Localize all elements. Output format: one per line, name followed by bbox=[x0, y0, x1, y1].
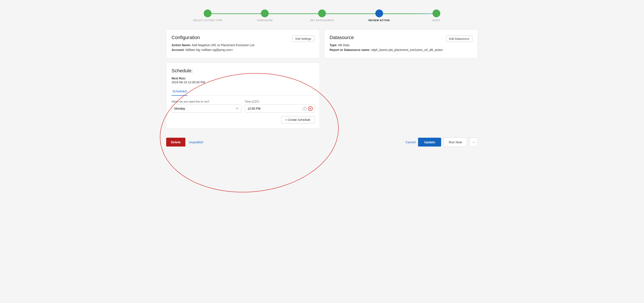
next-run-value: 2024-08-19 12:00:00 PM bbox=[172, 80, 314, 84]
next-run-label: Next Run: bbox=[172, 76, 314, 80]
schedule-tabs: Scheduled bbox=[172, 88, 314, 96]
step-select-action-type[interactable]: SELECT ACTION TYPE bbox=[179, 10, 236, 22]
clock-icon: 🕛 bbox=[302, 106, 307, 111]
unpublish-button[interactable]: Unpublish bbox=[189, 140, 203, 144]
step-dot-select bbox=[204, 10, 212, 17]
schedule-title: Schedule: bbox=[172, 68, 314, 74]
clear-time-icon[interactable]: ✕ bbox=[308, 106, 313, 111]
step-label-datasource: SET DATASOURCE bbox=[310, 19, 334, 22]
more-options-button[interactable]: ··· bbox=[470, 138, 478, 147]
create-schedule-row: + Create Schedule bbox=[172, 116, 314, 124]
time-field-group: Time (CDT) 🕛 ✕ bbox=[245, 100, 314, 113]
datasource-card: Datasource Type: Alli Data Report or Dat… bbox=[324, 29, 478, 58]
top-cards-row: Configuration Action Name: Add Negative … bbox=[166, 29, 478, 58]
configuration-title: Configuration bbox=[172, 35, 292, 40]
edit-datasource-button[interactable]: Edit Datasource bbox=[446, 36, 473, 42]
step-label-audit: AUDIT bbox=[432, 19, 440, 22]
account-field: Account: William Ng <william.ng@pmg.com> bbox=[172, 48, 292, 52]
step-set-datasource[interactable]: SET DATASOURCE bbox=[294, 10, 351, 22]
time-label: Time (CDT) bbox=[245, 100, 314, 103]
time-input-wrapper: 🕛 ✕ bbox=[245, 104, 314, 113]
step-label-select: SELECT ACTION TYPE bbox=[193, 19, 222, 22]
bottom-left-actions: Delete Unpublish bbox=[166, 138, 203, 146]
run-now-button[interactable]: Run Now bbox=[444, 138, 467, 147]
step-review-action[interactable]: REVIEW ACTION bbox=[350, 10, 408, 22]
bottom-bar: Delete Unpublish Cancel Update Run Now ·… bbox=[166, 133, 478, 152]
when-field-group: When do you want this to run? Monday Tue… bbox=[172, 100, 241, 113]
schedule-card: Schedule: Next Run: 2024-08-19 12:00:00 … bbox=[166, 62, 320, 129]
delete-button[interactable]: Delete bbox=[166, 138, 186, 146]
configuration-card: Configuration Action Name: Add Negative … bbox=[166, 29, 320, 58]
step-label-configure: CONFIGURE bbox=[257, 19, 273, 22]
stepper: SELECT ACTION TYPE CONFIGURE SET DATASOU… bbox=[166, 4, 478, 29]
action-name-field: Action Name: Add Negative URL to Placeme… bbox=[172, 44, 292, 47]
datasource-report-field: Report or Datasource name: ralph_lauren.… bbox=[330, 48, 446, 52]
datasource-title: Datasource bbox=[330, 35, 446, 40]
day-select[interactable]: Monday Tuesday Wednesday Thursday Friday… bbox=[172, 104, 241, 113]
edit-settings-button[interactable]: Edit Settings bbox=[292, 36, 314, 42]
create-schedule-button[interactable]: + Create Schedule bbox=[281, 116, 314, 124]
step-dot-review bbox=[375, 10, 383, 17]
step-label-review: REVIEW ACTION bbox=[368, 19, 390, 22]
when-label: When do you want this to run? bbox=[172, 100, 241, 103]
time-icons: 🕛 ✕ bbox=[302, 106, 313, 111]
update-button[interactable]: Update bbox=[418, 138, 441, 146]
step-dot-datasource bbox=[318, 10, 326, 17]
step-configure[interactable]: CONFIGURE bbox=[236, 10, 294, 22]
step-dot-configure bbox=[261, 10, 269, 17]
cancel-button[interactable]: Cancel bbox=[406, 140, 416, 144]
bottom-right-actions: Cancel Update Run Now ··· bbox=[406, 138, 478, 147]
schedule-form-row: When do you want this to run? Monday Tue… bbox=[172, 100, 314, 113]
schedule-card-wrapper: Schedule: Next Run: 2024-08-19 12:00:00 … bbox=[166, 62, 320, 133]
datasource-type-field: Type: Alli Data bbox=[330, 44, 446, 47]
step-audit[interactable]: AUDIT bbox=[408, 10, 465, 22]
step-dot-audit bbox=[432, 10, 440, 17]
tab-scheduled[interactable]: Scheduled bbox=[172, 88, 188, 96]
